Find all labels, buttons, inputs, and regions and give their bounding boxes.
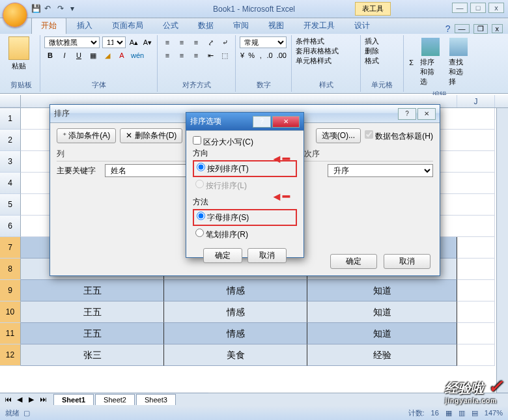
tab-next-icon[interactable]: ▶ [26, 395, 36, 404]
merge-icon[interactable]: ⬚ [219, 49, 231, 61]
table-fmt-button[interactable]: 套用表格格式 [296, 47, 339, 55]
table-cell[interactable]: 王五 [21, 323, 164, 344]
bold-button[interactable]: B [44, 49, 56, 61]
col-header-j[interactable]: J [457, 95, 495, 107]
phonetic-button[interactable]: wén [130, 49, 142, 61]
row-header[interactable]: 9 [0, 280, 21, 301]
macro-record-icon[interactable]: ▢ [23, 409, 30, 417]
cell-style-button[interactable]: 单元格样式 [296, 57, 332, 64]
row-header[interactable]: 5 [0, 194, 21, 216]
tab-view[interactable]: 视图 [259, 18, 293, 34]
table-cell[interactable]: 张三 [21, 344, 164, 366]
find-select-button[interactable]: 查找和选择 [446, 36, 472, 88]
align-center-icon[interactable]: ≡ [176, 49, 188, 61]
header-checkbox[interactable]: 数据包含标题(H) [365, 130, 433, 142]
dec-dec-icon[interactable]: .00 [276, 49, 287, 61]
font-color-button[interactable]: A [116, 49, 128, 61]
view-break-icon[interactable]: ▤ [472, 409, 478, 417]
tab-review[interactable]: 审阅 [224, 18, 258, 34]
row-header[interactable]: 7 [0, 237, 21, 259]
empty-cell[interactable] [457, 280, 495, 301]
paste-button[interactable]: 粘贴 [7, 36, 31, 71]
align-mid-icon[interactable]: ≡ [176, 36, 188, 48]
tab-last-icon[interactable]: ⏭ [38, 395, 48, 404]
sort-ok-button[interactable]: 确定 [330, 254, 377, 269]
close-button[interactable]: x [488, 3, 504, 13]
orientation-icon[interactable]: ⤤ [205, 36, 216, 48]
delete-condition-button[interactable]: ✕ 删除条件(D) [120, 128, 182, 143]
redo-icon[interactable]: ↷ [57, 4, 68, 14]
alpha-sort-radio[interactable]: 字母排序(S) [193, 209, 297, 226]
wrap-text-icon[interactable]: ⤶ [219, 36, 231, 48]
empty-cell[interactable] [457, 259, 495, 280]
border-button[interactable]: ▦ [87, 49, 99, 61]
row-header[interactable]: 12 [0, 344, 21, 366]
sheet-tab-3[interactable]: Sheet3 [136, 394, 176, 405]
table-cell[interactable]: 知道 [307, 280, 457, 301]
save-icon[interactable]: 💾 [31, 4, 42, 14]
sort-options-button[interactable]: 选项(O)... [316, 128, 361, 143]
row-header[interactable]: 3 [0, 151, 21, 173]
tab-prev-icon[interactable]: ◀ [14, 395, 25, 404]
tab-data[interactable]: 数据 [189, 18, 223, 34]
row-header[interactable]: 1 [0, 108, 21, 130]
align-bot-icon[interactable]: ≡ [190, 36, 202, 48]
cond-fmt-button[interactable]: 条件格式 [296, 37, 324, 45]
view-layout-icon[interactable]: ▥ [459, 409, 465, 417]
align-right-icon[interactable]: ≡ [190, 49, 202, 61]
table-cell[interactable]: 王五 [21, 280, 164, 301]
format-cells-button[interactable]: 格式 [365, 57, 379, 64]
sort-filter-button[interactable]: 排序和筛选 [417, 36, 443, 88]
help-icon[interactable]: ? [445, 23, 451, 34]
empty-cell[interactable] [457, 237, 495, 259]
table-cell[interactable]: 情感 [164, 323, 307, 344]
fill-color-button[interactable]: ◢ [102, 49, 113, 61]
tab-home[interactable]: 开始 [31, 17, 66, 34]
empty-cell[interactable] [457, 344, 495, 366]
table-cell[interactable]: 经验 [307, 344, 457, 366]
currency-icon[interactable]: ¥ [240, 49, 245, 61]
row-header[interactable]: 6 [0, 216, 21, 237]
empty-cell[interactable] [457, 323, 495, 344]
percent-icon[interactable]: % [247, 49, 255, 61]
row-header[interactable]: 11 [0, 323, 21, 344]
select-all-corner[interactable] [0, 95, 21, 107]
minimize-inner-button[interactable]: — [455, 24, 470, 33]
view-normal-icon[interactable]: ▦ [445, 409, 452, 417]
minimize-button[interactable]: — [452, 3, 468, 13]
table-cell[interactable]: 美食 [164, 344, 307, 366]
sort-dialog-help[interactable]: ? [398, 108, 416, 120]
opt-help-button[interactable]: ? [253, 116, 271, 128]
table-cell[interactable]: 知道 [307, 301, 457, 323]
comma-icon[interactable]: , [258, 49, 263, 61]
row-header[interactable]: 10 [0, 301, 21, 323]
indent-dec-icon[interactable]: ⇤ [205, 49, 216, 61]
order-select[interactable]: 升序 [328, 164, 433, 177]
insert-cells-button[interactable]: 插入 [365, 37, 379, 45]
vertical-scrollbar[interactable] [496, 108, 508, 393]
table-cell[interactable]: 情感 [164, 280, 307, 301]
sheet-tab-2[interactable]: Sheet2 [95, 394, 135, 405]
office-button[interactable] [3, 3, 27, 27]
shrink-font-icon[interactable]: A▾ [142, 36, 153, 48]
font-size-select[interactable]: 11 [102, 36, 126, 48]
sort-dialog-close[interactable]: ✕ [417, 108, 436, 120]
tab-page-layout[interactable]: 页面布局 [103, 18, 152, 34]
underline-button[interactable]: U [73, 49, 85, 61]
sort-cancel-button[interactable]: 取消 [384, 254, 430, 269]
opt-close-button[interactable]: ✕ [272, 116, 300, 128]
font-name-select[interactable]: 微软雅黑 [44, 36, 100, 48]
restore-inner-button[interactable]: ❐ [473, 24, 488, 34]
table-cell[interactable]: 情感 [164, 301, 307, 323]
number-format-select[interactable]: 常规 [240, 36, 287, 48]
tab-first-icon[interactable]: ⏮ [3, 395, 13, 404]
table-cell[interactable]: 王五 [21, 301, 164, 323]
table-cell[interactable]: 知道 [307, 323, 457, 344]
tab-formulas[interactable]: 公式 [154, 18, 188, 34]
empty-cell[interactable] [457, 301, 495, 323]
opt-cancel-button[interactable]: 取消 [247, 248, 287, 263]
close-inner-button[interactable]: x [492, 24, 503, 33]
undo-icon[interactable]: ↶ [44, 4, 55, 14]
maximize-button[interactable]: □ [470, 3, 486, 13]
grow-font-icon[interactable]: A▴ [128, 36, 139, 48]
